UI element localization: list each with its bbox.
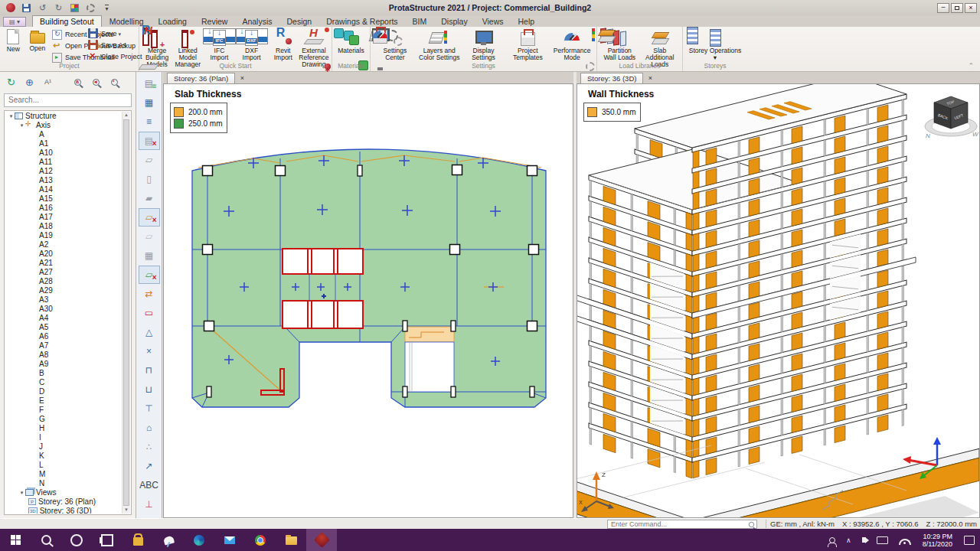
zoom-previous-icon[interactable]: ◂ <box>90 76 103 89</box>
tab-help[interactable]: Help <box>511 16 542 27</box>
model-3d-drawing[interactable]: TOP BACK LEFT N W Z <box>577 84 979 517</box>
paint3d-button[interactable] <box>153 529 184 551</box>
refresh-icon[interactable]: ↻ <box>5 76 18 89</box>
delete-axis-button[interactable]: ▤ × <box>139 132 160 150</box>
tree-item-axis-entry[interactable]: A21 <box>5 259 122 268</box>
zoom-entity-icon[interactable]: a <box>71 76 84 89</box>
app-logo-icon[interactable] <box>5 2 16 13</box>
tree-item-axis-entry[interactable]: A7 <box>5 341 122 350</box>
search-input[interactable] <box>4 93 132 107</box>
tree-item-axis-entry[interactable]: J <box>5 442 122 452</box>
tree-item-axis-entry[interactable]: A <box>5 130 122 139</box>
storey-colors-button[interactable]: ▤ ≡ <box>139 74 160 93</box>
save-button[interactable]: Save <box>88 28 140 38</box>
layers-color-settings-button[interactable]: Layers and Color Settings <box>417 28 462 64</box>
cortana-button[interactable] <box>61 529 92 551</box>
tree-item-axis-entry[interactable]: A11 <box>5 158 122 167</box>
3d-tab-close-icon[interactable]: × <box>645 73 655 83</box>
tree-item-storey-plan[interactable]: PStorey: 36 (Plan) <box>5 497 122 507</box>
tree-item-axis-entry[interactable]: N <box>5 479 122 488</box>
truss-button[interactable]: △ <box>139 323 160 341</box>
tree-item-axis-entry[interactable]: A2 <box>5 240 122 249</box>
restore-button[interactable] <box>951 3 963 13</box>
tree-item-axis-entry[interactable]: A1 <box>5 139 122 148</box>
tab-drawings-reports[interactable]: Drawings & Reports <box>319 16 404 27</box>
tree-item-axis-entry[interactable]: A19 <box>5 231 122 240</box>
plan-drawing[interactable] <box>164 84 573 517</box>
tab-bim[interactable]: BIM <box>406 16 434 27</box>
tree-scrollbar[interactable]: ▲ ▼ <box>122 112 130 514</box>
collapse-ribbon-icon[interactable]: ⌃ <box>968 62 974 70</box>
tab-analysis[interactable]: Analysis <box>235 16 279 27</box>
foundation-button[interactable]: ⊥ <box>139 495 160 514</box>
roof-button[interactable]: ⌂ <box>139 419 160 437</box>
tree-item-axis-entry[interactable]: A29 <box>5 286 122 295</box>
display-settings-side-button[interactable]: ▦ <box>139 93 160 112</box>
ribbed-slab-button[interactable]: ▦ <box>139 246 160 265</box>
globe-icon[interactable]: ⊕ <box>23 76 36 89</box>
tree-item-axis-entry[interactable]: A8 <box>5 350 122 360</box>
command-input[interactable] <box>607 520 757 529</box>
taskbar-clock[interactable]: 10:29 PM 8/11/2020 <box>916 533 959 548</box>
search-button[interactable] <box>31 529 61 551</box>
tree-item-axis-entry[interactable]: A15 <box>5 194 122 204</box>
tree-item-axis-entry[interactable]: A17 <box>5 213 122 222</box>
nodes-button[interactable]: ∴ <box>139 438 160 456</box>
tree-item-axis-entry[interactable]: L <box>5 461 122 470</box>
plan-tab-close-icon[interactable]: × <box>237 73 247 83</box>
raise-slab-button[interactable]: ↗ <box>139 457 160 475</box>
chrome-button[interactable] <box>245 529 276 551</box>
materials-button[interactable]: Materials <box>335 28 368 64</box>
3d-canvas[interactable]: Wall Thickness 350.0 mm <box>577 83 980 518</box>
draw-column-button[interactable]: ▯ <box>139 170 160 188</box>
save-quick-button[interactable] <box>21 2 32 13</box>
tree-item-axis-entry[interactable]: A13 <box>5 176 122 185</box>
tree-item-axis-entry[interactable]: M <box>5 470 122 479</box>
minimize-button[interactable]: – <box>937 3 949 13</box>
tree-item-axis-entry[interactable]: A14 <box>5 185 122 194</box>
task-view-button[interactable] <box>92 529 122 551</box>
wifi-icon[interactable] <box>893 529 916 551</box>
frame-button[interactable]: ⊔ <box>139 380 160 399</box>
section-button[interactable]: ⊓ <box>139 361 160 380</box>
application-menu-button[interactable]: ▤ ▾ <box>3 17 26 27</box>
store-button[interactable] <box>122 529 153 551</box>
tree-item-axis-entry[interactable]: A4 <box>5 314 122 323</box>
action-center-icon[interactable] <box>959 529 980 551</box>
performance-mode-button[interactable]: Performance Mode <box>550 28 594 64</box>
tree-item-axis-entry[interactable]: B <box>5 369 122 378</box>
tree-item-structure[interactable]: ▾Structure <box>5 112 122 121</box>
tree-item-axis-entry[interactable]: I <box>5 433 122 442</box>
customize-qat-button[interactable]: ▾ <box>101 2 113 13</box>
tree-item-axis-entry[interactable]: E <box>5 396 122 406</box>
3d-tab[interactable]: Storey: 36 (3D) <box>580 73 643 83</box>
file-explorer-button[interactable] <box>276 529 306 551</box>
tree-item-axis-entry[interactable]: A3 <box>5 295 122 305</box>
tree-item-axis-entry[interactable]: D <box>5 387 122 396</box>
open-button[interactable]: Open <box>24 28 51 64</box>
tree-item-axis-entry[interactable]: A9 <box>5 360 122 369</box>
delete-wall-button[interactable]: ▱ × <box>139 208 160 227</box>
zoom-extents-icon[interactable]: ² <box>108 76 121 89</box>
tree-item-axis-entry[interactable]: G <box>5 415 122 424</box>
tree-item-axis[interactable]: ▾Axis <box>5 121 122 130</box>
people-icon[interactable] <box>824 529 841 551</box>
mail-button[interactable] <box>214 529 245 551</box>
tree-item-axis-entry[interactable]: H <box>5 424 122 433</box>
delete-slab-button[interactable]: ▱ × <box>139 266 160 284</box>
tree-item-axis-entry[interactable]: A6 <box>5 332 122 341</box>
plan-tab[interactable]: Storey: 36 (Plan) <box>167 73 235 83</box>
tree-item-storey-3d[interactable]: 3DStorey: 36 (3D) <box>5 507 122 514</box>
label-abc-button[interactable]: ABC <box>139 476 160 494</box>
color-grid-icon[interactable] <box>69 2 80 13</box>
start-button[interactable] <box>0 529 31 551</box>
tab-display[interactable]: Display <box>434 16 474 27</box>
tree-item-axis-entry[interactable]: A12 <box>5 167 122 176</box>
draw-slab-button[interactable]: ▱ <box>139 227 160 246</box>
revit-import-button[interactable]: Revit Import <box>268 28 299 64</box>
external-reference-drawing-button[interactable]: External Reference Drawing <box>299 28 329 64</box>
brace-button[interactable]: × <box>139 342 160 360</box>
subframe-button[interactable]: ⊤ <box>139 399 160 418</box>
tab-design[interactable]: Design <box>280 16 319 27</box>
close-button[interactable]: × <box>965 3 977 13</box>
